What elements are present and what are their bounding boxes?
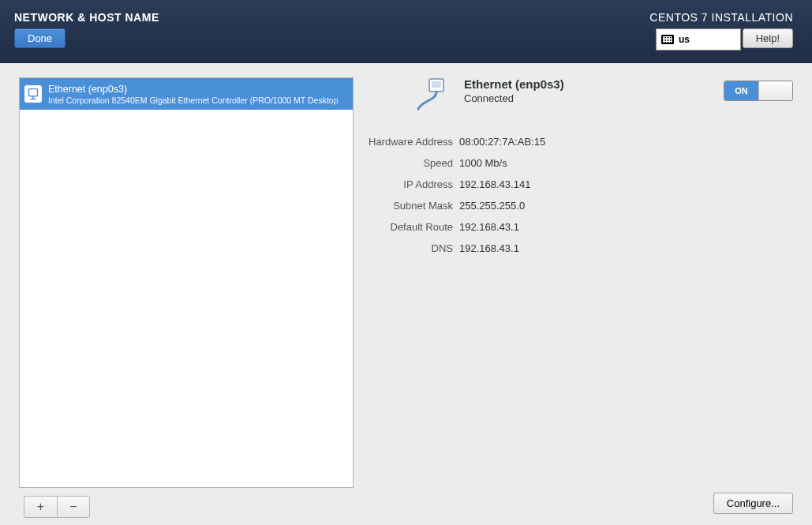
device-description: Intel Corporation 82540EM Gigabit Ethern… — [48, 96, 339, 105]
detail-header: Ethernet (enp0s3) Connected ON — [365, 77, 793, 114]
ethernet-large-icon — [415, 77, 455, 114]
prop-label: Speed — [365, 157, 453, 169]
device-name: Ethernet (enp0s3) — [48, 84, 339, 96]
add-device-button[interactable]: + — [24, 496, 57, 518]
prop-row-default-route: Default Route 192.168.43.1 — [365, 216, 793, 238]
prop-label: DNS — [365, 242, 453, 254]
device-add-remove-row: + − — [19, 489, 354, 523]
prop-value: 192.168.43.1 — [459, 221, 519, 233]
keyboard-layout-label: us — [679, 34, 690, 45]
device-list-item[interactable]: Ethernet (enp0s3) Intel Corporation 8254… — [20, 78, 353, 110]
prop-label: Hardware Address — [365, 136, 453, 148]
configure-button[interactable]: Configure... — [713, 493, 793, 514]
product-title: CENTOS 7 INSTALLATION — [649, 11, 793, 24]
prop-value: 08:00:27:7A:AB:15 — [459, 136, 545, 148]
prop-row-ip-address: IP Address 192.168.43.141 — [365, 174, 793, 195]
prop-row-dns: DNS 192.168.43.1 — [365, 238, 793, 259]
detail-title-block: Ethernet (enp0s3) Connected — [464, 77, 564, 104]
done-button[interactable]: Done — [14, 28, 65, 48]
header-bar: NETWORK & HOST NAME CENTOS 7 INSTALLATIO… — [0, 0, 812, 63]
prop-row-speed: Speed 1000 Mb/s — [365, 152, 793, 174]
prop-row-subnet-mask: Subnet Mask 255.255.255.0 — [365, 195, 793, 216]
keyboard-layout-selector[interactable]: us — [656, 28, 741, 51]
prop-label: Default Route — [365, 221, 453, 233]
svg-rect-0 — [29, 89, 38, 96]
prop-value: 192.168.43.141 — [459, 178, 530, 190]
prop-value: 192.168.43.1 — [459, 242, 519, 254]
device-text: Ethernet (enp0s3) Intel Corporation 8254… — [48, 84, 339, 105]
prop-label: IP Address — [365, 178, 453, 190]
device-list[interactable]: Ethernet (enp0s3) Intel Corporation 8254… — [19, 77, 354, 488]
keyboard-icon — [661, 35, 674, 44]
svg-rect-2 — [432, 81, 441, 88]
device-detail-panel: Ethernet (enp0s3) Connected ON Hardware … — [365, 77, 793, 259]
content-area: Ethernet (enp0s3) Intel Corporation 8254… — [0, 63, 812, 525]
detail-status: Connected — [464, 92, 564, 104]
prop-value: 1000 Mb/s — [459, 157, 507, 169]
page-title: NETWORK & HOST NAME — [14, 11, 159, 24]
ethernet-icon — [24, 85, 42, 103]
property-list: Hardware Address 08:00:27:7A:AB:15 Speed… — [365, 131, 793, 259]
prop-row-hardware-address: Hardware Address 08:00:27:7A:AB:15 — [365, 131, 793, 152]
remove-device-button[interactable]: − — [57, 496, 90, 518]
prop-label: Subnet Mask — [365, 200, 453, 212]
help-button[interactable]: Help! — [743, 28, 793, 48]
connection-toggle[interactable]: ON — [724, 81, 793, 101]
detail-title: Ethernet (enp0s3) — [464, 77, 564, 91]
prop-value: 255.255.255.0 — [459, 200, 525, 212]
toggle-on-label: ON — [724, 81, 758, 100]
toggle-knob — [758, 81, 792, 100]
